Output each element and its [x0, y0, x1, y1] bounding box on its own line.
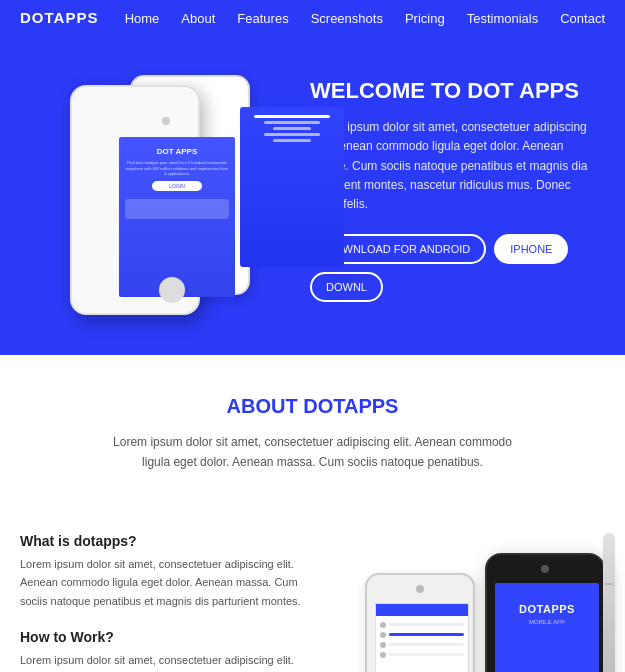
hero-description: Lorem ipsum dolor sit amet, consectetuer… [310, 118, 595, 214]
hero-phone-bar-2 [264, 121, 320, 124]
about-phone-white-row-4 [376, 650, 468, 660]
faq-desc-1: Lorem ipsum dolor sit amet, consectetuer… [20, 555, 315, 611]
hero-phone-bar-3 [273, 127, 311, 130]
about-phone-line-1 [389, 623, 464, 626]
nav-link-screenshots[interactable]: Screenshots [311, 11, 383, 26]
about-phone-line-2 [389, 633, 464, 636]
nav-link-features[interactable]: Features [237, 11, 288, 26]
about-phone-white-bar [376, 604, 468, 616]
download-button[interactable]: DOWNL [310, 272, 383, 302]
hero-phone-front-bar [125, 199, 229, 219]
hero-phone-front-screen: DOT APPS Find best dotapps your need fro… [119, 137, 235, 297]
nav-item-pricing[interactable]: Pricing [405, 9, 445, 27]
nav-links: Home About Features Screenshots Pricing … [125, 9, 605, 27]
stylus [603, 533, 615, 672]
hero-phone-bar-4 [264, 133, 320, 136]
nav-brand: DOTAPPS [20, 9, 98, 26]
about-phone-white-row-2 [376, 630, 468, 640]
faq-item-2: How to Work? Lorem ipsum dolor sit amet,… [20, 629, 315, 672]
hero-title: WELCOME TO DOT APPS [310, 78, 595, 104]
nav-item-home[interactable]: Home [125, 9, 160, 27]
hero-phone-home-btn [159, 277, 185, 303]
nav-item-testimonials[interactable]: Testimonials [467, 9, 539, 27]
about-phone-white-screen [375, 603, 469, 672]
hero-phone-back-content [240, 107, 344, 150]
about-phone-dark-camera [541, 565, 549, 573]
nav-link-contact[interactable]: Contact [560, 11, 605, 26]
hero-phone-front: DOT APPS Find best dotapps your need fro… [70, 85, 200, 315]
hero-phone-front-logo: DOT APPS [125, 143, 229, 158]
hero-phone-front-inner: DOT APPS Find best dotapps your need fro… [119, 137, 235, 225]
faq-item-1: What is dotapps? Lorem ipsum dolor sit a… [20, 533, 315, 611]
navbar: DOTAPPS Home About Features Screenshots … [0, 0, 625, 35]
about-description-text: Lorem ipsum dolor sit amet, consectetuer… [113, 435, 512, 469]
about-phones-illustration: DOTAPPS MOBILE APP [345, 533, 605, 672]
nav-item-contact[interactable]: Contact [560, 9, 605, 27]
about-phone-white-row-1 [376, 620, 468, 630]
stylus-line [605, 583, 613, 585]
about-lower: What is dotapps? Lorem ipsum dolor sit a… [0, 533, 625, 672]
hero-buttons: DOWNLOAD FOR ANDROID IPHONE DOWNL [310, 234, 595, 302]
hero-content: WELCOME TO DOT APPS Lorem ipsum dolor si… [300, 78, 595, 302]
faq-title-1: What is dotapps? [20, 533, 315, 549]
iphone-button[interactable]: IPHONE [494, 234, 568, 264]
hero-phone-bar-1 [254, 115, 329, 118]
about-phone-dark-screen: DOTAPPS MOBILE APP [495, 583, 599, 672]
about-phone-white [365, 573, 475, 672]
about-title: ABOUT DOTAPPS [30, 395, 595, 418]
about-phone-dark: DOTAPPS MOBILE APP [485, 553, 605, 672]
nav-item-screenshots[interactable]: Screenshots [311, 9, 383, 27]
about-phone-dark-logo: DOTAPPS [495, 583, 599, 615]
about-phone-white-camera [416, 585, 424, 593]
nav-item-about[interactable]: About [181, 9, 215, 27]
about-phone-dot-4 [380, 652, 386, 658]
nav-link-about[interactable]: About [181, 11, 215, 26]
hero-phone-front-text: Find best dotapps your need from 3 hundr… [125, 160, 229, 177]
hero-phone-bar-5 [273, 139, 311, 142]
about-section: ABOUT DOTAPPS Lorem ipsum dolor sit amet… [0, 355, 625, 533]
about-phone-dot-2 [380, 632, 386, 638]
about-phone-dot-1 [380, 622, 386, 628]
hero-phone-camera [162, 117, 170, 125]
nav-item-features[interactable]: Features [237, 9, 288, 27]
hero-phones-illustration: DOT APPS Find best dotapps your need fro… [30, 65, 300, 315]
about-phone-line-4 [389, 653, 464, 656]
faq-title-2: How to Work? [20, 629, 315, 645]
about-phone-line-3 [389, 643, 464, 646]
about-phone-white-row-3 [376, 640, 468, 650]
hero-section: DOT APPS Find best dotapps your need fro… [0, 35, 625, 355]
faq-desc-2: Lorem ipsum dolor sit amet, consectetuer… [20, 651, 315, 672]
about-faq: What is dotapps? Lorem ipsum dolor sit a… [20, 533, 325, 672]
about-phone-dark-sub: MOBILE APP [495, 619, 599, 625]
hero-phone-front-btn: LOGIN [152, 181, 202, 191]
nav-link-testimonials[interactable]: Testimonials [467, 11, 539, 26]
about-description: Lorem ipsum dolor sit amet, consectetuer… [103, 432, 523, 473]
hero-phone-back-screen [240, 107, 344, 267]
nav-link-home[interactable]: Home [125, 11, 160, 26]
nav-link-pricing[interactable]: Pricing [405, 11, 445, 26]
about-phone-dot-3 [380, 642, 386, 648]
